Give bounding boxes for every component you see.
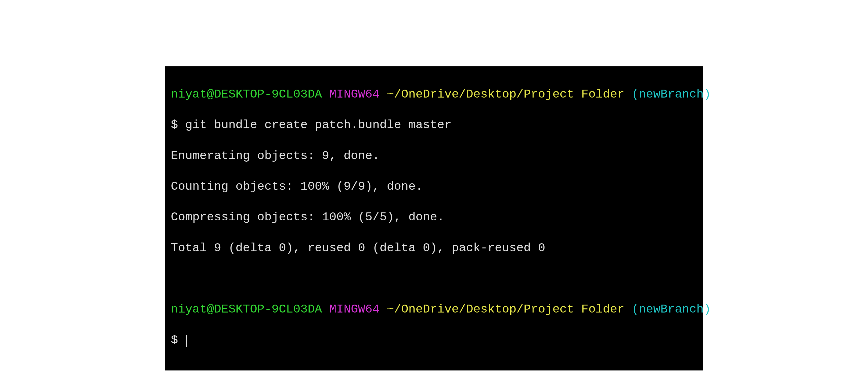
path-text: ~/OneDrive/Desktop/Project Folder: [387, 88, 624, 101]
command-line-1: $ git bundle create patch.bundle master: [171, 118, 697, 133]
output-line-3: Compressing objects: 100% (5/5), done.: [171, 210, 697, 225]
mingw-text: MINGW64: [329, 302, 380, 316]
command-text: git bundle create patch.bundle master: [185, 118, 452, 132]
path-text: ~/OneDrive/Desktop/Project Folder: [387, 302, 624, 316]
blank-line: [171, 271, 697, 286]
user-host-text: niyat@DESKTOP-9CL03DA: [171, 88, 322, 101]
output-line-4: Total 9 (delta 0), reused 0 (delta 0), p…: [171, 241, 697, 256]
cursor-icon: [186, 335, 187, 347]
prompt-line-1: niyat@DESKTOP-9CL03DA MINGW64 ~/OneDrive…: [171, 87, 697, 102]
prompt-symbol: $: [171, 333, 185, 347]
command-line-2[interactable]: $: [171, 333, 697, 348]
prompt-symbol: $: [171, 118, 185, 132]
mingw-text: MINGW64: [329, 88, 380, 101]
output-line-1: Enumerating objects: 9, done.: [171, 148, 697, 164]
branch-text: (newBranch): [631, 88, 711, 101]
terminal-window[interactable]: niyat@DESKTOP-9CL03DA MINGW64 ~/OneDrive…: [165, 66, 703, 371]
user-host-text: niyat@DESKTOP-9CL03DA: [171, 302, 322, 316]
branch-text: (newBranch): [631, 302, 711, 316]
prompt-line-2: niyat@DESKTOP-9CL03DA MINGW64 ~/OneDrive…: [171, 302, 697, 317]
output-line-2: Counting objects: 100% (9/9), done.: [171, 179, 697, 194]
